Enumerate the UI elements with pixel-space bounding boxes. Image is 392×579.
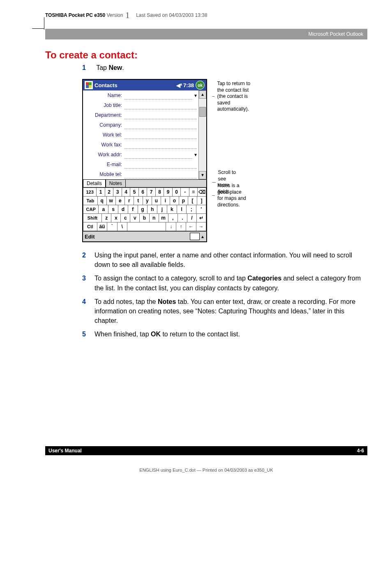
input-company[interactable] (125, 121, 197, 129)
step-4-number: 4 (82, 297, 89, 326)
key-backslash[interactable]: \ (118, 222, 127, 231)
key-a[interactable]: a (99, 205, 108, 214)
clock-time: 7:38 (183, 82, 194, 88)
figure-row: Contacts ◀ᵋ 7:38 ok Name:▼ Job title: De… (82, 79, 367, 242)
key-c[interactable]: c (121, 214, 130, 222)
key-v[interactable]: v (130, 214, 140, 222)
scroll-up-button[interactable]: ▲ (199, 90, 206, 99)
input-jobtitle[interactable] (125, 102, 197, 109)
vertical-scrollbar[interactable]: ▲ ▼ (198, 90, 206, 179)
dropdown-name[interactable]: ▼ (194, 93, 198, 98)
sip-toggle-icon[interactable]: ▲ (201, 234, 205, 239)
speaker-icon[interactable]: ◀ᵋ (176, 82, 182, 88)
label-workfax: Work fax: (83, 142, 125, 148)
fields-panel: Name:▼ Job title: Department: Company: W… (83, 90, 198, 179)
key-9[interactable]: 9 (164, 188, 173, 197)
key-b[interactable]: b (140, 214, 149, 222)
key-1[interactable]: 1 (97, 188, 105, 197)
section-title: To create a contact: (45, 49, 367, 61)
key-quote[interactable]: ' (196, 205, 206, 214)
key-u[interactable]: u (152, 197, 161, 205)
keyboard-icon[interactable] (190, 233, 200, 240)
key-semicolon[interactable]: ; (187, 205, 196, 214)
key-l[interactable]: l (177, 205, 187, 214)
key-ctl[interactable]: Ctl (83, 222, 97, 231)
key-h[interactable]: h (148, 205, 157, 214)
key-s[interactable]: s (108, 205, 118, 214)
key-n[interactable]: n (150, 214, 159, 222)
key-space[interactable] (127, 222, 166, 231)
key-m[interactable]: m (159, 214, 168, 222)
key-shift[interactable]: Shift (83, 214, 102, 222)
key-period[interactable]: . (178, 214, 187, 222)
key-7[interactable]: 7 (147, 188, 156, 197)
key-4[interactable]: 4 (122, 188, 131, 197)
key-5[interactable]: 5 (130, 188, 139, 197)
input-worktel[interactable] (125, 131, 197, 139)
edit-menu[interactable]: Edit (85, 234, 95, 240)
pocketpc-screenshot: Contacts ◀ᵋ 7:38 ok Name:▼ Job title: De… (82, 79, 207, 242)
key-backtick[interactable]: ` (107, 222, 117, 231)
input-workfax[interactable] (125, 141, 197, 149)
key-slash[interactable]: / (187, 214, 197, 222)
callout-notes: Notes is a good place for maps and direc… (217, 183, 247, 208)
key-left[interactable]: ← (186, 222, 196, 231)
input-mobiletel[interactable] (125, 171, 197, 178)
input-name[interactable] (125, 92, 192, 100)
key-3[interactable]: 3 (113, 188, 122, 197)
input-department[interactable] (125, 111, 197, 119)
key-backspace[interactable]: ⌫ (198, 188, 206, 197)
steps-after: 2 Using the input panel, enter a name an… (82, 250, 367, 339)
key-e[interactable]: e (116, 197, 125, 205)
input-workaddr[interactable] (125, 151, 192, 159)
key-up[interactable]: ↑ (176, 222, 186, 231)
key-cap[interactable]: CAP (83, 205, 99, 214)
key-2[interactable]: 2 (105, 188, 114, 197)
scrollbar-thumb[interactable] (199, 107, 206, 117)
key-x[interactable]: x (111, 214, 121, 222)
saved-stamp: Last Saved on 04/03/2003 13:38 (136, 12, 207, 18)
key-minus[interactable]: - (181, 188, 189, 197)
key-j[interactable]: j (157, 205, 167, 214)
key-t[interactable]: t (134, 197, 143, 205)
key-g[interactable]: g (138, 205, 148, 214)
key-o[interactable]: o (170, 197, 179, 205)
key-d[interactable]: d (118, 205, 128, 214)
step-5-number: 5 (82, 329, 89, 339)
key-0[interactable]: 0 (173, 188, 181, 197)
scroll-down-button[interactable]: ▼ (199, 171, 206, 179)
key-i[interactable]: i (161, 197, 170, 205)
page-header: TOSHIBA Pocket PC e350 Version 1 Last Sa… (45, 10, 367, 21)
version-word: Version (106, 12, 123, 18)
key-f[interactable]: f (128, 205, 138, 214)
key-w[interactable]: w (107, 197, 116, 205)
key-8[interactable]: 8 (156, 188, 164, 197)
key-123[interactable]: 123 (83, 188, 97, 197)
ok-button[interactable]: ok (196, 81, 205, 90)
key-equals[interactable]: = (189, 188, 198, 197)
key-k[interactable]: k (167, 205, 177, 214)
key-6[interactable]: 6 (139, 188, 148, 197)
key-lbracket[interactable]: [ (188, 197, 197, 205)
step-2-body: Using the input panel, enter a name and … (95, 250, 367, 269)
key-rbracket[interactable]: ] (197, 197, 206, 205)
key-enter[interactable]: ↵ (197, 214, 206, 222)
key-down[interactable]: ↓ (166, 222, 176, 231)
dropdown-workaddr[interactable]: ▼ (194, 153, 198, 157)
tab-details[interactable]: Details (83, 180, 106, 188)
key-p[interactable]: p (179, 197, 188, 205)
tab-notes[interactable]: Notes (106, 180, 126, 188)
step-5-body: When finished, tap OK to return to the c… (95, 329, 367, 339)
key-comma[interactable]: , (168, 214, 178, 222)
key-z[interactable]: z (102, 214, 111, 222)
key-right[interactable]: → (196, 222, 206, 231)
key-y[interactable]: y (143, 197, 152, 205)
key-tab[interactable]: Tab (83, 197, 98, 205)
band-text: Microsoft Pocket Outlook (309, 31, 363, 37)
input-email[interactable] (125, 161, 197, 169)
key-q[interactable]: q (98, 197, 107, 205)
label-worktel: Work tel: (83, 132, 125, 138)
key-au[interactable]: áü (97, 222, 107, 231)
start-icon[interactable] (85, 81, 93, 89)
key-r[interactable]: r (125, 197, 134, 205)
